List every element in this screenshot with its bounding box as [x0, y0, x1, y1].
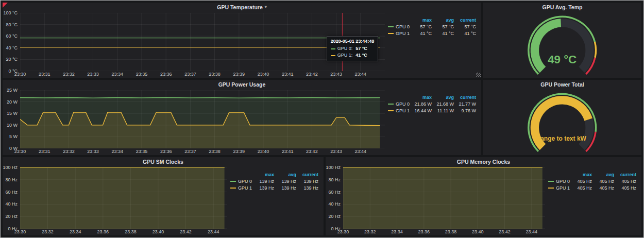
- chart-legend: maxavgcurrentGPU 0405 Hz405 Hz405 HzGPU …: [545, 166, 641, 235]
- legend-value: 21.68 W: [436, 101, 454, 107]
- x-axis-label: 23:44: [526, 229, 538, 234]
- x-axis-label: 23:31: [39, 72, 50, 77]
- plot-area: [20, 167, 227, 229]
- series-color-swatch: [388, 104, 394, 105]
- chart-legend: maxavgcurrentGPU 057 °C57 °C57 °CGPU 141…: [385, 11, 481, 78]
- x-axis-label: 23:41: [282, 72, 294, 77]
- legend-value: 405 Hz: [577, 179, 592, 184]
- chevron-down-icon[interactable]: ▾: [265, 5, 267, 9]
- legend-column-header: avg: [446, 95, 454, 100]
- legend-column-header: current: [460, 95, 476, 100]
- x-axis-label: 23:36: [418, 229, 430, 234]
- panel-title-text: GPU Avg. Temp: [543, 4, 583, 10]
- x-axis-label: 23:39: [233, 149, 245, 154]
- gauge-svg: range to text kW: [509, 89, 615, 155]
- legend-series-toggle[interactable]: GPU 0: [388, 24, 410, 29]
- legend-column-header: max: [265, 172, 274, 177]
- y-axis-label: 10 W: [7, 123, 18, 128]
- legend-series-toggle[interactable]: GPU 1: [388, 108, 410, 113]
- gpu-temperature-chart[interactable]: 100 °C80 °C60 °C40 °C20 °C0 °C2020-05-01…: [3, 11, 481, 78]
- gauge-value-text: 49 °C: [548, 53, 577, 66]
- panel-header-gpu-power-total[interactable]: GPU Power Total: [483, 80, 641, 89]
- legend-column-header: max: [422, 95, 432, 100]
- legend-value: 139 Hz: [303, 185, 318, 191]
- panel-header-gpu-temperature[interactable]: GPU Temperature ▾: [3, 3, 481, 11]
- chart-tooltip: 2020-05-01 23:44:48GPU 0:57 °CGPU 1:41 °…: [327, 36, 379, 61]
- chart-plot-region: 100 Hz80 Hz60 Hz40 Hz20 Hz0 Hz23:3023:32…: [326, 166, 545, 235]
- dashboard-row-bottom: GPU SM Clocks 100 Hz80 Hz60 Hz40 Hz20 Hz…: [3, 157, 641, 235]
- tooltip-series-row: GPU 1:41 °C: [331, 52, 375, 59]
- x-axis-label: 23:42: [306, 149, 318, 154]
- legend-value: 57 °C: [442, 24, 454, 29]
- x-axis-label: 23:34: [70, 229, 81, 234]
- x-axis-label: 23:35: [136, 149, 148, 154]
- legend-series-toggle[interactable]: GPU 0: [230, 179, 252, 184]
- panel-title-text: GPU Power Total: [540, 81, 584, 88]
- panel-header-gpu-avg-temp[interactable]: GPU Avg. Temp: [483, 3, 641, 11]
- x-axis-label: 23:41: [282, 149, 294, 154]
- legend-column-header: avg: [446, 18, 454, 23]
- series-color-swatch: [388, 33, 394, 34]
- x-axis: 23:3023:3223:3423:3623:3823:4023:4223:44: [20, 229, 227, 235]
- chart-plot-region: 25 W20 W15 W10 W5 W0 W23:3023:3123:3223:…: [3, 89, 385, 155]
- legend-value: 405 Hz: [599, 179, 614, 184]
- legend-value: 21.86 W: [414, 101, 432, 107]
- x-axis-label: 23:40: [472, 229, 484, 234]
- x-axis-label: 23:38: [445, 229, 457, 234]
- legend-value: 41 °C: [442, 31, 454, 36]
- legend-value: 405 Hz: [621, 185, 636, 191]
- y-axis-label: 20 °C: [6, 57, 18, 62]
- panel-resize-handle[interactable]: [476, 73, 481, 77]
- legend-value: 405 Hz: [577, 185, 592, 191]
- y-axis-label: 100 Hz: [3, 165, 18, 170]
- legend-series-toggle[interactable]: GPU 1: [548, 185, 570, 191]
- tooltip-series-name: GPU 0:: [337, 45, 353, 52]
- panel-error-corner-icon: [3, 3, 8, 8]
- x-axis-label: 23:32: [42, 229, 54, 234]
- x-axis: 23:3023:3123:3223:3323:3423:3523:3623:37…: [20, 148, 385, 155]
- x-axis-label: 23:38: [209, 149, 221, 154]
- legend-value: 139 Hz: [303, 179, 318, 184]
- y-axis-label: 100 °C: [3, 10, 18, 15]
- panel-header-gpu-sm-clocks[interactable]: GPU SM Clocks: [3, 157, 324, 166]
- legend-value: 139 Hz: [259, 185, 274, 191]
- series-color-dash: [331, 48, 335, 49]
- y-axis-label: 60 Hz: [328, 190, 341, 195]
- series-color-swatch: [548, 188, 554, 189]
- legend-value: 139 Hz: [259, 179, 274, 184]
- legend-column-header: avg: [288, 172, 296, 177]
- legend-series-toggle[interactable]: GPU 1: [388, 31, 410, 36]
- x-axis-label: 23:39: [233, 72, 245, 77]
- gpu-power-usage-chart[interactable]: 25 W20 W15 W10 W5 W0 W23:3023:3123:3223:…: [3, 89, 481, 155]
- gpu-sm-clocks-chart[interactable]: 100 Hz80 Hz60 Hz40 Hz20 Hz0 Hz23:3023:32…: [3, 166, 324, 235]
- series-color-swatch: [230, 188, 236, 189]
- gauge-value-text: range to text kW: [538, 135, 587, 142]
- series-color-dash: [331, 55, 335, 56]
- gpu-avg-temp-gauge: 49 °C: [483, 11, 641, 78]
- panel-gpu-power-usage: GPU Power Usage 25 W20 W15 W10 W5 W0 W23…: [3, 80, 481, 155]
- legend-series-toggle[interactable]: GPU 1: [230, 185, 252, 191]
- series-color-swatch: [548, 181, 554, 182]
- x-axis-label: 23:36: [97, 229, 109, 234]
- legend-series-toggle[interactable]: GPU 0: [548, 179, 570, 184]
- panel-header-gpu-memory-clocks[interactable]: GPU Memory Clocks: [326, 157, 641, 166]
- x-axis-label: 23:32: [63, 149, 75, 154]
- legend-column-header: max: [583, 172, 592, 177]
- x-axis-label: 23:34: [391, 229, 403, 234]
- y-axis-label: 60 Hz: [5, 190, 18, 195]
- gpu-memory-clocks-chart[interactable]: 100 Hz80 Hz60 Hz40 Hz20 Hz0 Hz23:3023:32…: [326, 166, 641, 235]
- series-color-swatch: [230, 181, 236, 182]
- y-axis-label: 80 °C: [6, 22, 18, 27]
- tooltip-series-name: GPU 1:: [337, 52, 353, 59]
- y-axis-label: 15 W: [7, 111, 18, 116]
- x-axis-label: 23:30: [14, 72, 26, 77]
- tooltip-series-value: 41 °C: [355, 52, 367, 59]
- x-axis-label: 23:30: [337, 229, 349, 234]
- legend-series-toggle[interactable]: GPU 0: [388, 101, 410, 107]
- tooltip-series-row: GPU 0:57 °C: [331, 45, 375, 52]
- panel-gpu-sm-clocks: GPU SM Clocks 100 Hz80 Hz60 Hz40 Hz20 Hz…: [3, 157, 324, 235]
- panel-title-text: GPU SM Clocks: [143, 159, 183, 165]
- panel-title-text: GPU Temperature: [217, 4, 263, 10]
- x-axis-label: 23:33: [87, 149, 99, 154]
- panel-header-gpu-power-usage[interactable]: GPU Power Usage: [3, 80, 481, 89]
